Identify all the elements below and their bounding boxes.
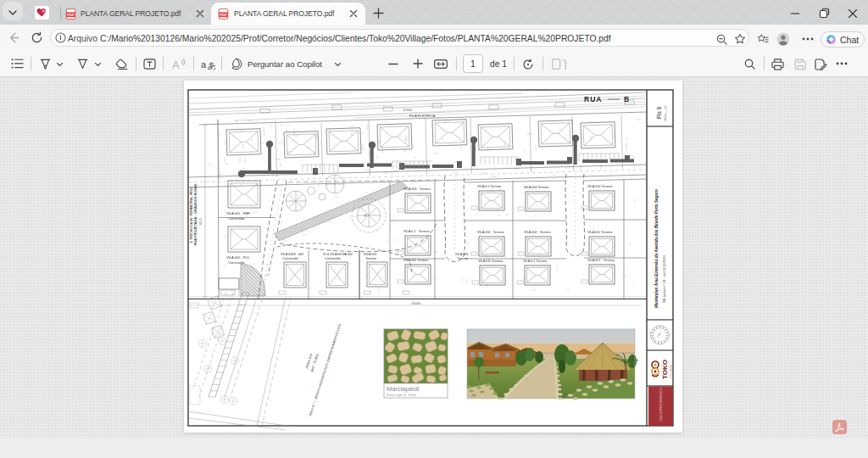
svg-text:Terreno: Terreno <box>457 257 468 260</box>
svg-text:Masterplan Área Extensão da Av: Masterplan Área Extensão da Avenida dos … <box>654 189 659 308</box>
svg-text:VILLAGE: VILLAGE <box>670 364 673 378</box>
svg-text:VI & VILA NOVA 002: VI & VILA NOVA 002 <box>323 253 353 256</box>
svg-text:VILA 005 Terreno: VILA 005 Terreno <box>403 259 428 262</box>
svg-text:VILA 013 Terreno: VILA 013 Terreno <box>587 185 612 188</box>
svg-text:TAB: TAB <box>656 332 661 338</box>
svg-text:rubrica____em: rubrica____em <box>664 105 667 121</box>
svg-text:VILA 011 Terreno: VILA 011 Terreno <box>478 260 503 263</box>
svg-text:VILA 010 - Terreno: VILA 010 - Terreno <box>477 231 504 234</box>
svg-text:Construída: Construída <box>228 216 245 221</box>
svg-text:VILA 0.1 - Terreno: VILA 0.1 - Terreno <box>403 230 430 233</box>
svg-text:VILA 0418 - 002: VILA 0418 - 002 <box>281 253 303 256</box>
svg-text:E TRECHO DA AV. PERIMETRAL PRO: E TRECHO DA AV. PERIMETRAL PROJ. <box>190 187 193 243</box>
svg-text:Construído: Construído <box>325 257 341 260</box>
svg-text:60.0: 60.0 <box>198 217 203 225</box>
svg-text:VILA 012 Terreno: VILA 012 Terreno <box>587 231 612 234</box>
svg-text:FILA ELETRICA: FILA ELETRICA <box>409 114 435 118</box>
svg-text:Marciapiedi: Marciapiedi <box>387 385 420 393</box>
svg-text:Pietra tipo S. Tomé: Pietra tipo S. Tomé <box>387 393 417 397</box>
svg-text:TOKO EMPREENDIMENTOS: TOKO EMPREENDIMENTOS <box>659 388 663 422</box>
svg-text:TOKO: TOKO <box>661 360 669 379</box>
svg-text:VILA 005: VILA 005 <box>455 253 468 256</box>
svg-text:PDF: PDF <box>220 13 227 17</box>
svg-text:SB.docket nº 29 - del 15/12/20: SB.docket nº 29 - del 15/12/2010 <box>663 255 666 303</box>
svg-text:VILA 001 - REF: VILA 001 - REF <box>226 211 250 215</box>
svg-text:Terreno: Terreno <box>365 257 376 260</box>
svg-text:RUA PROJETADA - GRAVIDES NOVAE: RUA PROJETADA - GRAVIDES NOVAE <box>193 183 198 245</box>
svg-text:PDF: PDF <box>67 13 75 17</box>
svg-text:VILA 005: VILA 005 <box>364 253 376 256</box>
svg-text:Fls 9: Fls 9 <box>656 107 662 119</box>
svg-text:A: A <box>172 59 180 71</box>
svg-text:VILA 002 - RCL: VILA 002 - RCL <box>226 255 251 260</box>
svg-text:VILA 002 - Terreno: VILA 002 - Terreno <box>524 231 551 234</box>
svg-text:20305: 20305 <box>403 108 413 112</box>
svg-text:あ: あ <box>208 60 216 70</box>
svg-text:VILA 003 - Terreno: VILA 003 - Terreno <box>403 187 431 191</box>
svg-text:VILA 004 Terreno: VILA 004 Terreno <box>524 186 548 189</box>
svg-text:20000: 20000 <box>411 301 421 305</box>
svg-text:VILA 0.2 Terreno: VILA 0.2 Terreno <box>523 260 547 263</box>
svg-text:VILA 007 - Terreno: VILA 007 - Terreno <box>587 259 615 262</box>
svg-text:RUA: RUA <box>584 95 602 103</box>
svg-text:a: a <box>201 59 207 70</box>
svg-text:Construído: Construído <box>282 257 298 260</box>
svg-text:VILA 0.5 Terreno: VILA 0.5 Terreno <box>477 185 501 188</box>
